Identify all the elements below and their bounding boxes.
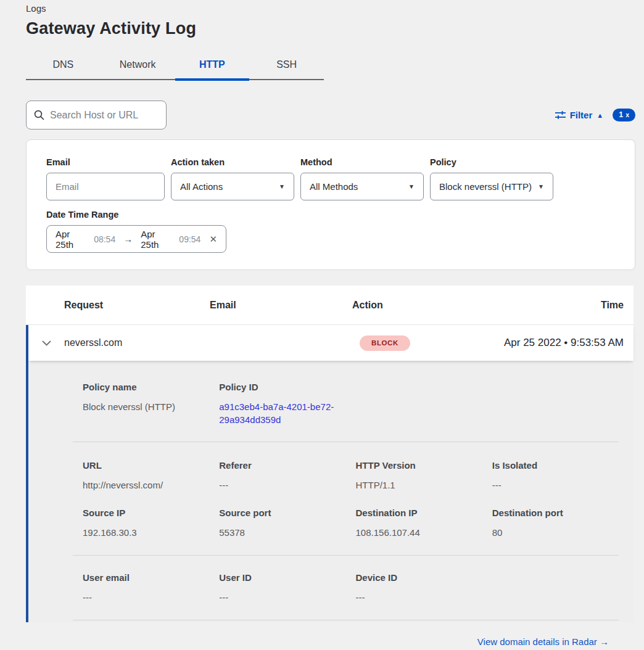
breadcrumb[interactable]: Logs <box>26 0 635 14</box>
user-section: User email --- User ID --- Device ID --- <box>73 556 619 620</box>
radar-link[interactable]: View domain details in Radar → <box>477 636 609 647</box>
column-header-email: Email <box>210 300 352 311</box>
source-port-value: 55378 <box>219 526 345 539</box>
action-taken-filter: Action taken All Actions ▼ <box>171 157 294 200</box>
source-port-field: Source port 55378 <box>209 508 345 539</box>
referer-field: Referer --- <box>209 460 345 492</box>
policy-id-label: Policy ID <box>219 382 345 392</box>
policy-select[interactable]: Block neverssl (HTTP) ▼ <box>430 173 553 200</box>
action-taken-value: All Actions <box>180 181 223 192</box>
device-id-label: Device ID <box>356 572 482 583</box>
daterange-end-date[interactable]: Apr 25th <box>141 229 173 250</box>
row-time: Apr 25 2022 • 9:53:53 AM <box>493 337 634 349</box>
policy-value: Block neverssl (HTTP) <box>439 181 532 192</box>
destination-port-field: Destination port 80 <box>482 508 619 539</box>
email-filter: Email <box>46 157 165 200</box>
daterange-end-time[interactable]: 09:54 <box>179 234 200 244</box>
is-isolated-value: --- <box>492 479 619 492</box>
destination-port-value: 80 <box>492 526 619 539</box>
action-taken-select[interactable]: All Actions ▼ <box>171 173 294 200</box>
filter-sliders-icon[interactable] <box>555 110 566 120</box>
filter-row-2: Date Time Range Apr 25th 08:54 → Apr 25t… <box>46 210 615 253</box>
column-header-request: Request <box>64 300 210 311</box>
row-expander[interactable] <box>28 340 64 346</box>
expanded-row-details: Policy name Block neverssl (HTTP) Policy… <box>28 361 634 622</box>
policy-name-label: Policy name <box>83 382 209 392</box>
tab-ssh[interactable]: SSH <box>249 52 324 79</box>
tab-bar: DNS Network HTTP SSH <box>26 52 324 80</box>
user-id-label: User ID <box>219 572 345 583</box>
filter-count-badge[interactable]: 1 x <box>613 109 635 121</box>
http-version-label: HTTP Version <box>356 460 482 471</box>
url-field: URL http://neverssl.com/ <box>73 460 209 492</box>
clear-filters-icon[interactable]: x <box>625 111 629 118</box>
referer-value: --- <box>219 479 345 492</box>
chevron-down-icon: ▼ <box>538 183 544 190</box>
row-request: neverssl.com <box>64 337 210 348</box>
is-isolated-label: Is Isolated <box>492 460 619 471</box>
chevron-up-icon[interactable]: ▲ <box>597 112 603 119</box>
tab-http[interactable]: HTTP <box>175 52 250 79</box>
method-filter: Method All Methods ▼ <box>300 157 424 200</box>
is-isolated-field: Is Isolated --- <box>482 460 619 492</box>
filter-toggle[interactable]: Filter <box>570 110 593 120</box>
daterange-picker[interactable]: Apr 25th 08:54 → Apr 25th 09:54 ✕ <box>46 225 226 253</box>
http-version-field: HTTP Version HTTP/1.1 <box>346 460 482 492</box>
page-title: Gateway Activity Log <box>26 19 635 38</box>
daterange-start-time[interactable]: 08:54 <box>94 234 115 244</box>
policy-section: Policy name Block neverssl (HTTP) Policy… <box>73 361 619 442</box>
toolbar: Filter ▲ 1 x <box>26 101 635 130</box>
column-header-action: Action <box>352 300 493 311</box>
email-filter-input[interactable] <box>56 181 155 192</box>
device-id-value: --- <box>356 591 482 604</box>
selected-row-wrap: neverssl.com BLOCK Apr 25 2022 • 9:53:53… <box>26 325 634 622</box>
policy-label: Policy <box>430 157 553 167</box>
filter-controls: Filter ▲ 1 x <box>555 109 635 121</box>
user-email-label: User email <box>83 572 209 583</box>
policy-filter: Policy Block neverssl (HTTP) ▼ <box>430 157 553 200</box>
referer-label: Referer <box>219 460 345 471</box>
action-taken-label: Action taken <box>171 157 294 167</box>
destination-port-label: Destination port <box>492 508 619 518</box>
source-ip-label: Source IP <box>83 508 209 518</box>
daterange-start-date[interactable]: Apr 25th <box>56 229 88 250</box>
method-select[interactable]: All Methods ▼ <box>300 173 424 200</box>
policy-id-link[interactable]: a91c3eb4-ba7a-4201-be72-29a934dd359d <box>219 400 345 426</box>
details-inner: Policy name Block neverssl (HTTP) Policy… <box>73 361 619 648</box>
destination-ip-label: Destination IP <box>356 508 482 518</box>
arrow-right-icon: → <box>121 234 135 244</box>
chevron-down-icon: ▼ <box>408 183 415 190</box>
chevron-down-icon <box>42 340 51 346</box>
policy-name-field: Policy name Block neverssl (HTTP) <box>73 382 209 426</box>
http-section: URL http://neverssl.com/ Referer --- HTT… <box>73 442 619 555</box>
device-id-field: Device ID --- <box>346 572 482 604</box>
user-email-value: --- <box>83 591 209 604</box>
tab-dns[interactable]: DNS <box>26 52 101 79</box>
tab-network[interactable]: Network <box>101 52 175 79</box>
search-input[interactable] <box>50 110 159 121</box>
search-box[interactable] <box>26 101 167 130</box>
url-value: http://neverssl.com/ <box>83 479 209 492</box>
method-value: All Methods <box>310 181 358 192</box>
source-port-label: Source port <box>219 508 345 518</box>
table-header-row: Request Email Action Time <box>26 286 634 325</box>
block-status-badge: BLOCK <box>360 335 410 351</box>
policy-id-field: Policy ID a91c3eb4-ba7a-4201-be72-29a934… <box>209 382 345 426</box>
filter-panel: Email Action taken All Actions ▼ Method … <box>26 139 635 270</box>
column-header-time: Time <box>493 300 634 311</box>
email-filter-box <box>46 173 165 200</box>
source-ip-field: Source IP 192.168.30.3 <box>73 508 209 539</box>
user-id-value: --- <box>219 591 345 604</box>
policy-name-value: Block neverssl (HTTP) <box>83 400 209 413</box>
method-label: Method <box>300 157 424 167</box>
table-row[interactable]: neverssl.com BLOCK Apr 25 2022 • 9:53:53… <box>28 325 634 361</box>
row-action: BLOCK <box>352 335 493 351</box>
clear-daterange-icon[interactable]: ✕ <box>209 234 217 245</box>
destination-ip-value: 108.156.107.44 <box>356 526 482 539</box>
filter-row-1: Email Action taken All Actions ▼ Method … <box>46 157 615 200</box>
activity-log-table: Request Email Action Time neverssl.com B… <box>26 286 634 622</box>
filter-count: 1 <box>619 110 623 119</box>
chevron-down-icon: ▼ <box>279 183 285 190</box>
destination-ip-field: Destination IP 108.156.107.44 <box>346 508 482 539</box>
radar-link-row: View domain details in Radar → <box>73 620 619 648</box>
